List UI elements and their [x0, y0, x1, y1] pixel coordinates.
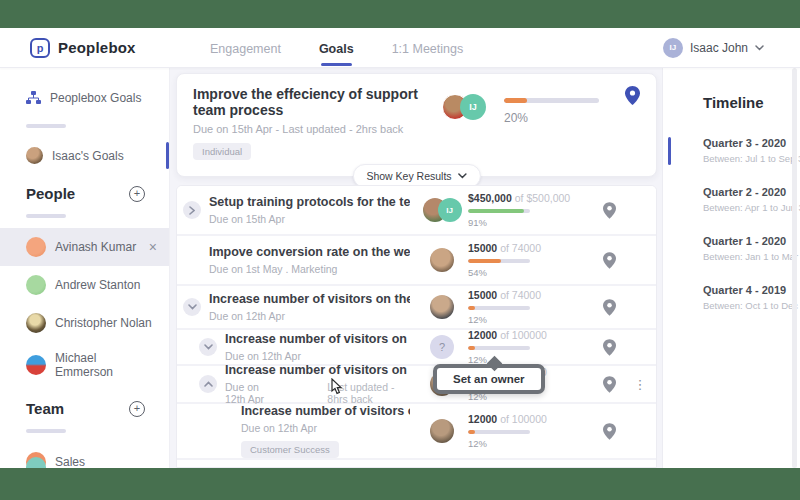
timeline-title: Timeline — [703, 94, 792, 111]
progress-track — [468, 209, 530, 213]
key-result-row[interactable]: Increase number of visitors on the websi… — [177, 286, 656, 330]
progress-fill — [468, 346, 475, 350]
quarter-range: Between: Oct 1 to Dec 30 — [703, 300, 792, 311]
tab-engagement[interactable]: Engagement — [208, 30, 283, 66]
owner-avatar[interactable] — [430, 248, 454, 272]
unassigned-owner-avatar[interactable]: ? — [430, 335, 454, 359]
add-team-icon[interactable]: + — [129, 401, 145, 417]
align-pin-icon[interactable] — [603, 376, 616, 393]
owner-avatar[interactable] — [430, 295, 454, 319]
divider — [26, 124, 66, 128]
goals-main-area: Improve the effeciency of support team p… — [170, 68, 662, 468]
peoplebox-logo-icon: p — [30, 38, 50, 58]
key-result-due: Due on 12th Apr — [225, 350, 410, 362]
metric-total: of 100000 — [500, 413, 547, 425]
key-result-text: Increase number of visitors on the websi… — [209, 292, 416, 322]
peoplebox-app: p Peoplebox Engagement Goals 1:1 Meeting… — [0, 28, 800, 468]
percent-label: 12% — [468, 314, 586, 325]
person-name: Michael Emmerson — [55, 351, 157, 379]
collapse-down-icon[interactable] — [199, 338, 217, 356]
team-section-header: Team + — [0, 388, 169, 419]
metric-total: of 74000 — [500, 289, 541, 301]
key-result-row[interactable]: Increase number of visitors on the websi… — [177, 330, 656, 366]
person-name: Andrew Stanton — [55, 278, 140, 292]
goal-card[interactable]: Improve the effeciency of support team p… — [176, 73, 657, 177]
key-result-row[interactable]: Increase number of visitors on the websi… — [177, 460, 656, 468]
align-pin-icon[interactable] — [603, 339, 616, 356]
owner-avatar-initials: IJ — [438, 198, 462, 222]
person-name: Christopher Nolan — [55, 316, 152, 330]
metric-value: 12000 — [468, 465, 497, 468]
progress-fill — [504, 98, 527, 103]
quarter-range: Between: Apr 1 to Jun 30 — [703, 202, 792, 213]
key-result-row[interactable]: Increase number of visitors on the websi… — [177, 404, 656, 460]
key-result-row[interactable]: Setup training protocols for the team wi… — [177, 186, 656, 236]
avatar — [26, 355, 46, 375]
metric-value: 15000 — [468, 242, 497, 254]
scrollbar[interactable] — [792, 68, 797, 468]
key-result-title: Increase number of visitors on the websi… — [225, 332, 410, 346]
key-result-row-hovered[interactable]: Increase number of visitors on the websi… — [177, 366, 656, 404]
expand-spacer — [183, 251, 201, 269]
owner-avatar[interactable] — [430, 419, 454, 443]
sidebar-item-peoplebox-goals[interactable]: Peoplebox Goals — [0, 82, 169, 114]
sidebar-item-label: Peoplebox Goals — [50, 91, 141, 105]
quarter-range: Between: Jul 1 to Sep 30 — [703, 153, 792, 164]
timeline-quarter-q4-2019[interactable]: Quarter 4 - 2019 Between: Oct 1 to Dec 3… — [703, 284, 792, 311]
align-pin-icon[interactable] — [603, 423, 616, 440]
collapse-down-icon[interactable] — [183, 298, 201, 316]
metric-value: 12000 — [468, 329, 497, 341]
key-result-due: Due on 12th Apr — [209, 310, 410, 322]
user-menu[interactable]: IJ Isaac John — [663, 38, 764, 58]
timeline-quarter-q2-2020[interactable]: Quarter 2 - 2020 Between: Apr 1 to Jun 3… — [703, 186, 792, 213]
key-result-metrics: 12000 of 100000 12% — [468, 465, 586, 468]
key-result-text: Setup training protocols for the team wi… — [209, 195, 416, 225]
quarter-label: Quarter 1 - 2020 — [703, 235, 792, 247]
align-pin-icon[interactable] — [603, 252, 616, 269]
collapse-up-icon[interactable] — [199, 375, 217, 393]
avatar — [26, 147, 43, 164]
sidebar-item-isaacs-goals[interactable]: Isaac's Goals — [0, 138, 169, 173]
key-result-metrics: 12000 of 100000 12% — [468, 413, 586, 449]
kebab-menu-icon[interactable]: ⋮ — [632, 377, 648, 392]
timeline-quarter-q3-2020[interactable]: Quarter 3 - 2020 Between: Jul 1 to Sep 3… — [703, 137, 792, 164]
person-name: Avinash Kumar — [55, 240, 136, 254]
sidebar-person-christopher[interactable]: Christopher Nolan — [0, 304, 169, 342]
percent-label: 91% — [468, 217, 586, 228]
team-title: Team — [26, 400, 64, 417]
metric-total: of 100000 — [500, 465, 547, 468]
sidebar-item-label: Isaac's Goals — [52, 149, 124, 163]
key-result-text: Increase number of visitors on the websi… — [225, 363, 416, 405]
expand-right-icon[interactable] — [183, 201, 201, 219]
quarter-label: Quarter 2 - 2020 — [703, 186, 792, 198]
align-pin-icon[interactable] — [603, 299, 616, 316]
close-icon[interactable]: × — [149, 239, 157, 255]
key-results-panel: Setup training protocols for the team wi… — [176, 185, 657, 468]
key-result-row[interactable]: Impove conversion rate on the website Du… — [177, 236, 656, 286]
avatar — [26, 237, 46, 257]
goal-owners[interactable]: IJ — [442, 94, 486, 120]
progress-fill — [468, 430, 475, 434]
add-person-icon[interactable]: + — [129, 186, 145, 202]
tab-meetings[interactable]: 1:1 Meetings — [390, 30, 466, 66]
metric-total: of 74000 — [500, 242, 541, 254]
tab-goals[interactable]: Goals — [317, 30, 356, 66]
sidebar-person-avinash[interactable]: Avinash Kumar × — [0, 228, 169, 266]
peoplebox-logo[interactable]: p Peoplebox — [0, 38, 170, 58]
percent-label: 54% — [468, 267, 586, 278]
window-frame: p Peoplebox Engagement Goals 1:1 Meeting… — [0, 0, 800, 500]
key-result-title: Increase number of visitors on the websi… — [241, 404, 410, 418]
due-text: Due on 12th Apr — [225, 381, 279, 405]
progress-track — [468, 259, 530, 263]
progress-track — [468, 346, 530, 350]
key-result-title: Impove conversion rate on the website — [209, 245, 410, 259]
align-pin-icon[interactable] — [603, 202, 616, 219]
sidebar-person-michael[interactable]: Michael Emmerson — [0, 342, 169, 388]
owner-avatar-initials: IJ — [460, 94, 486, 120]
sidebar-person-andrew[interactable]: Andrew Stanton — [0, 266, 169, 304]
timeline-quarter-q1-2020[interactable]: Quarter 1 - 2020 Between: Jan 1 to Mar 3… — [703, 235, 792, 262]
mouse-cursor — [329, 378, 344, 395]
progress-track — [468, 306, 530, 310]
owner-avatars[interactable]: IJ — [423, 198, 462, 222]
align-pin-icon[interactable] — [625, 86, 640, 105]
